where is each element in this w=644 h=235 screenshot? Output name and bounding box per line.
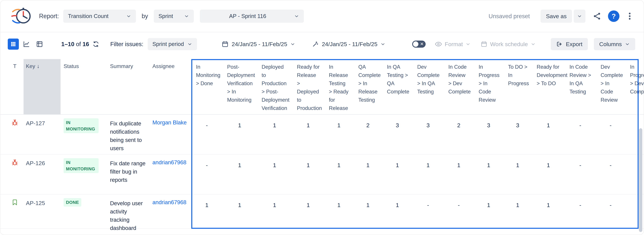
transition-count-cell: 1 bbox=[412, 154, 444, 194]
transition-count-cell: - bbox=[565, 154, 596, 194]
sort-desc-icon: ↓ bbox=[37, 63, 40, 69]
date-range-dropdown[interactable]: 24/Jan/25 - 11/Feb/25 bbox=[220, 40, 296, 48]
column-header-transition-7[interactable]: In QA Testing > QA Complete bbox=[382, 59, 412, 114]
export-icon bbox=[556, 41, 563, 48]
view-switcher bbox=[8, 39, 45, 50]
transition-count-cell: 1 bbox=[257, 154, 292, 194]
issue-type-cell bbox=[6, 194, 24, 228]
issue-summary: Fix duplicate notifications being sent t… bbox=[108, 115, 150, 154]
status-badge: IN MONITORING bbox=[64, 158, 98, 173]
column-header-transition-6[interactable]: QA Complete > In Release Testing bbox=[354, 59, 382, 114]
transition-count-cell: 1 bbox=[222, 194, 257, 228]
issue-key: AP-126 bbox=[24, 154, 60, 194]
save-as-menu-button[interactable] bbox=[574, 10, 586, 23]
refresh-button[interactable] bbox=[92, 41, 100, 48]
assignee-cell: andrian67968 bbox=[150, 194, 191, 228]
save-as-button[interactable]: Save as bbox=[540, 10, 572, 23]
calendar-icon bbox=[481, 41, 487, 48]
chevron-down-icon bbox=[577, 14, 582, 19]
transition-count-cell: - bbox=[191, 115, 222, 154]
pivot-view-button[interactable] bbox=[34, 39, 45, 50]
transition-count-cell: - bbox=[191, 154, 222, 194]
transition-count-cell: 3 bbox=[412, 115, 444, 154]
transition-count-cell: 1 bbox=[257, 115, 292, 154]
column-header-transition-2[interactable]: Post-Deployment Verification > In Monito… bbox=[222, 59, 257, 114]
column-header-transition-13[interactable]: In Code Review > In QA Testing bbox=[565, 59, 596, 114]
column-header-transition-4[interactable]: Ready for Release > Deployed to Producti… bbox=[292, 59, 324, 114]
status-cell: IN MONITORING bbox=[60, 154, 108, 194]
transition-count-cell: 3 bbox=[474, 115, 503, 154]
column-header-transition-14[interactable]: Dev Complete > In Code Review bbox=[596, 59, 625, 114]
column-header-key[interactable]: Key↓ bbox=[24, 59, 60, 114]
period-filter-dropdown[interactable]: Sprint period bbox=[148, 38, 197, 50]
filter-issues-label: Filter issues: bbox=[110, 41, 143, 48]
transition-count-cell: 1 bbox=[191, 194, 222, 228]
transition-count-cell: 1 bbox=[324, 154, 354, 194]
issue-summary: Fix date range filter bug in reports bbox=[108, 154, 150, 194]
chevron-down-icon bbox=[290, 42, 295, 47]
transition-headers: In Monitoring > DonePost-Deployment Veri… bbox=[191, 59, 644, 114]
column-header-transition-10[interactable]: In Progress > In Code Review bbox=[474, 59, 503, 114]
column-header-assignee[interactable]: Assignee bbox=[150, 59, 191, 114]
column-header-transition-5[interactable]: In Release Testing > Ready for Release bbox=[324, 59, 354, 114]
period-filter-value: Sprint period bbox=[152, 41, 184, 47]
top-bar-right: Unsaved preset Save as ? bbox=[488, 10, 634, 23]
status-badge: DONE bbox=[64, 198, 81, 206]
calendar-icon bbox=[222, 41, 229, 48]
chevron-down-icon bbox=[530, 42, 536, 47]
columns-dropdown[interactable]: Columns bbox=[594, 38, 635, 50]
toggle-knob bbox=[413, 41, 418, 47]
summary-text: Fix date range filter bug in reports bbox=[110, 160, 146, 183]
transition-count-cell: 1 bbox=[532, 154, 565, 194]
work-schedule-dropdown: Work schedule bbox=[480, 41, 536, 48]
transition-count-cell: 1 bbox=[382, 194, 412, 228]
column-header-status[interactable]: Status bbox=[60, 59, 108, 114]
transition-count-cell: - bbox=[565, 115, 596, 154]
export-button[interactable]: Export bbox=[551, 38, 588, 50]
report-table: T Key↓ Status Summary Assignee In Monito… bbox=[0, 59, 644, 229]
grid-view-button[interactable] bbox=[8, 39, 19, 50]
issue-summary: Develop user activity tracking dashboard bbox=[108, 194, 150, 228]
column-header-transition-3[interactable]: Deployed to Production > Post-Deployment… bbox=[257, 59, 292, 114]
column-header-type[interactable]: T bbox=[6, 59, 24, 114]
highlight-toggle[interactable]: ✕ bbox=[412, 41, 426, 48]
transition-count-cell: 1 bbox=[503, 154, 532, 194]
by-label: by bbox=[142, 13, 148, 20]
issue-key: AP-127 bbox=[24, 115, 60, 154]
vertical-scrollbar[interactable] bbox=[639, 128, 642, 232]
transition-count-cell: 1 bbox=[474, 154, 503, 194]
chart-view-button[interactable] bbox=[21, 39, 32, 50]
more-menu-button[interactable] bbox=[625, 12, 634, 21]
eye-icon bbox=[435, 40, 442, 48]
column-header-transition-8[interactable]: Dev Complete > In QA Testing bbox=[412, 59, 444, 114]
issue-key: AP-125 bbox=[24, 194, 60, 228]
column-header-transition-1[interactable]: In Monitoring > Done bbox=[191, 59, 222, 114]
transition-count-cell: - bbox=[565, 194, 596, 228]
format-dropdown: Format bbox=[434, 40, 472, 48]
column-header-transition-15[interactable]: In Progress > Dev Complete bbox=[625, 59, 644, 114]
column-header-transition-9[interactable]: In Code Review > Dev Complete bbox=[444, 59, 474, 114]
transition-count-cell: 2 bbox=[444, 115, 474, 154]
column-header-transition-11[interactable]: To DO > In Progress bbox=[503, 59, 532, 114]
transition-count-cell: 1 bbox=[474, 194, 503, 228]
group-by-dropdown[interactable]: Sprint bbox=[154, 10, 194, 23]
assignee-link[interactable]: andrian67968 bbox=[152, 199, 186, 205]
report-type-dropdown[interactable]: Transition Count bbox=[63, 10, 136, 23]
transition-count-cell: - bbox=[412, 194, 444, 228]
share-icon bbox=[592, 12, 602, 21]
assignee-link[interactable]: andrian67968 bbox=[152, 159, 186, 165]
transition-count-cell: 1 bbox=[257, 194, 292, 228]
trim-range-value: 24/Jan/25 - 11/Feb/25 bbox=[322, 41, 377, 48]
assignee-link[interactable]: Morgan Blake bbox=[152, 119, 187, 126]
help-button[interactable]: ? bbox=[608, 11, 620, 22]
story-icon bbox=[11, 199, 18, 206]
sprint-select-dropdown[interactable]: AP - Sprint 116 bbox=[200, 10, 304, 23]
kebab-menu-icon bbox=[625, 12, 634, 21]
column-header-transition-12[interactable]: Ready for Development > To DO bbox=[532, 59, 565, 114]
column-header-summary[interactable]: Summary bbox=[108, 59, 150, 114]
transition-count-cell: 1 bbox=[324, 194, 354, 228]
trim-range-dropdown[interactable]: 24/Jan/25 - 11/Feb/25 bbox=[311, 41, 386, 48]
save-as-label: Save as bbox=[546, 13, 566, 20]
share-button[interactable] bbox=[592, 12, 602, 21]
chevron-down-icon bbox=[380, 42, 386, 47]
